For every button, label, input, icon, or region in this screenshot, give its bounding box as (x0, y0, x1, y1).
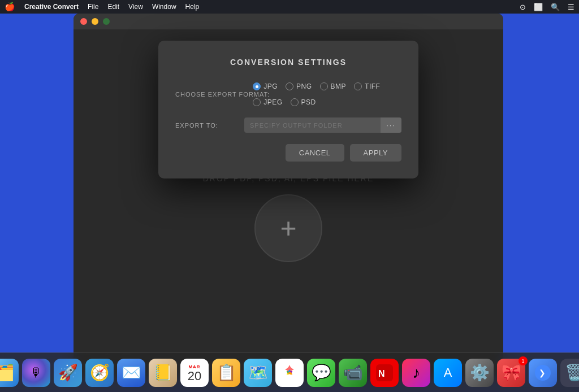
browse-button[interactable]: ··· (381, 117, 401, 133)
menubar: 🍎 Creative Convert File Edit View Window… (0, 0, 579, 14)
window-close-button[interactable] (80, 18, 87, 25)
menu-file[interactable]: File (88, 3, 98, 11)
apply-button[interactable]: APPLY (350, 144, 401, 162)
menu-help[interactable]: Help (185, 3, 200, 11)
export-to-row: EXPORT TO: ··· (175, 117, 401, 133)
radio-jpg-label: JPG (263, 82, 278, 90)
notification-badge: 1 (518, 356, 528, 365)
export-input-wrapper: ··· (244, 117, 401, 133)
apple-menu-icon[interactable]: 🍎 (5, 2, 15, 12)
search-icon[interactable]: 🔍 (551, 3, 560, 11)
dock-trash[interactable]: 🗑️ (560, 359, 579, 387)
menubar-right: ⊙ ⬜ 🔍 ☰ (520, 3, 574, 11)
dock-siri[interactable]: 🎙 (22, 359, 50, 387)
radio-tiff-indicator (354, 82, 362, 90)
radio-jpeg-indicator (253, 98, 261, 106)
format-row: CHOOSE EXPORT FORMAT: JPG PNG BMP (175, 82, 401, 106)
menu-window[interactable]: Window (152, 3, 176, 11)
control-center-icon[interactable]: ☰ (568, 3, 574, 11)
window-titlebar (74, 14, 503, 29)
format-label: CHOOSE EXPORT FORMAT: (175, 91, 246, 98)
format-png[interactable]: PNG (286, 82, 312, 90)
radio-psd-label: PSD (301, 98, 316, 106)
radio-bmp-label: BMP (331, 82, 347, 90)
cancel-button[interactable]: CANCEL (286, 144, 344, 162)
format-psd[interactable]: PSD (291, 98, 316, 106)
format-jpg[interactable]: JPG (253, 82, 278, 90)
format-tiff[interactable]: TIFF (354, 82, 380, 90)
radio-tiff-label: TIFF (365, 82, 380, 90)
modal-buttons: CANCEL APPLY (175, 144, 401, 162)
conversion-settings-modal: CONVERSION SETTINGS CHOOSE EXPORT FORMAT… (158, 41, 418, 178)
radio-png-label: PNG (296, 82, 312, 90)
radio-jpeg-label: JPEG (263, 98, 282, 106)
radio-bmp-indicator (320, 82, 328, 90)
format-jpeg[interactable]: JPEG (253, 98, 282, 106)
dock-finder[interactable]: 🗂️ (0, 359, 19, 387)
radio-jpg-indicator (253, 82, 261, 90)
export-folder-input[interactable] (244, 119, 381, 132)
svg-text:❯: ❯ (539, 368, 546, 378)
export-to-label: EXPORT TO: (175, 122, 237, 129)
dock-terminal-blue[interactable]: ❯ (529, 359, 557, 387)
menu-edit[interactable]: Edit (107, 3, 119, 11)
menu-view[interactable]: View (128, 3, 143, 11)
radio-psd-indicator (291, 98, 299, 106)
menubar-icon-1[interactable]: ⊙ (520, 3, 526, 11)
modal-title: CONVERSION SETTINGS (175, 58, 401, 67)
app-name[interactable]: Creative Convert (24, 3, 79, 11)
app-content: DROP PDF, PSD, Ai, EPS FILE HERE + f t ⚙… (74, 29, 503, 378)
window-maximize-button[interactable] (103, 18, 110, 25)
menubar-icon-2[interactable]: ⬜ (534, 3, 543, 11)
modal-overlay: CONVERSION SETTINGS CHOOSE EXPORT FORMAT… (74, 29, 503, 378)
app-window: DROP PDF, PSD, Ai, EPS FILE HERE + f t ⚙… (74, 14, 503, 378)
format-bmp[interactable]: BMP (320, 82, 347, 90)
window-minimize-button[interactable] (92, 18, 98, 25)
radio-png-indicator (286, 82, 293, 90)
format-radio-group: JPG PNG BMP TIFF (253, 82, 401, 106)
